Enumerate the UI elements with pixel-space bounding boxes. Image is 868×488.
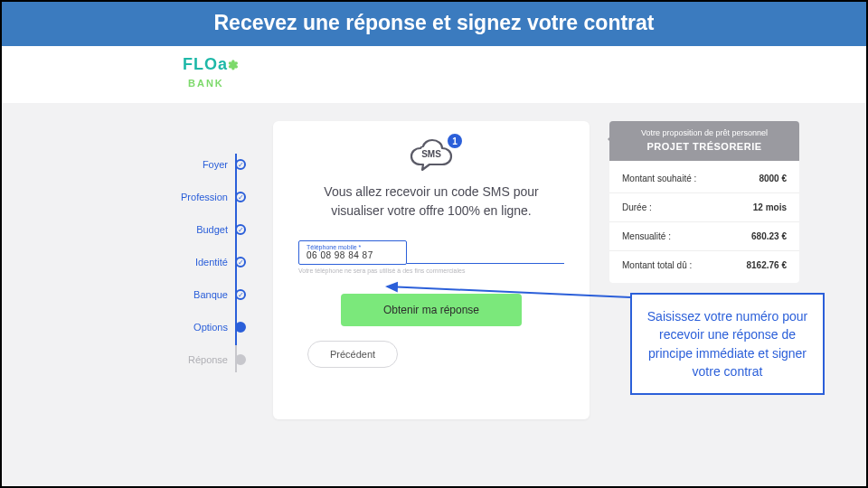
card-message: Vous allez recevoir un code SMS pour vis… <box>298 183 564 221</box>
phone-label: Téléphone mobile * <box>307 244 399 250</box>
step-options[interactable]: Options <box>165 311 246 343</box>
sms-card: SMS 1 Vous allez recevoir un code SMS po… <box>273 121 590 419</box>
flower-icon: ✽ <box>228 58 240 72</box>
banner-title: Recevez une réponse et signez votre cont… <box>214 11 655 34</box>
check-icon: ✓ <box>235 289 246 300</box>
instruction-banner: Recevez une réponse et signez votre cont… <box>2 2 866 46</box>
summary-row: Montant total dû : 8162.76 € <box>609 251 799 279</box>
progress-stepper: Foyer ✓ Profession ✓ Budget ✓ Identité ✓… <box>165 148 246 376</box>
instruction-callout: Saisissez votre numéro pour recevoir une… <box>630 293 825 395</box>
logo-sub: BANK <box>188 78 224 89</box>
summary-header: Votre proposition de prêt personnel PROJ… <box>609 121 799 161</box>
page-body: Foyer ✓ Profession ✓ Budget ✓ Identité ✓… <box>2 103 866 488</box>
summary-row: Montant souhaité : 8000 € <box>609 164 799 193</box>
step-banque[interactable]: Banque ✓ <box>165 278 246 311</box>
summary-row: Durée : 12 mois <box>609 193 799 222</box>
phone-value: 06 08 98 84 87 <box>307 250 399 260</box>
check-icon: ✓ <box>235 257 246 267</box>
step-identite[interactable]: Identité ✓ <box>165 246 246 278</box>
step-profession[interactable]: Profession ✓ <box>165 181 246 213</box>
submit-button[interactable]: Obtenir ma réponse <box>341 294 522 326</box>
loan-summary: Votre proposition de prêt personnel PROJ… <box>609 121 799 283</box>
check-icon: ✓ <box>235 224 246 235</box>
logo: FLOa✽ <box>183 55 240 73</box>
notification-badge: 1 <box>448 134 462 148</box>
check-icon: ✓ <box>235 159 246 170</box>
app-header: FLOa✽ BANK <box>2 46 866 103</box>
step-budget[interactable]: Budget ✓ <box>165 213 246 246</box>
phone-field[interactable]: Téléphone mobile * 06 08 98 84 87 <box>298 240 407 265</box>
back-button[interactable]: Précédent <box>307 341 398 368</box>
dot-icon <box>235 322 246 333</box>
summary-row: Mensualité : 680.23 € <box>609 222 799 251</box>
check-icon: ✓ <box>235 192 246 202</box>
sms-cloud-icon: SMS 1 <box>404 137 458 174</box>
dot-icon <box>235 354 246 365</box>
step-reponse: Réponse <box>165 343 246 376</box>
phone-hint: Votre téléphone ne sera pas utilisé à de… <box>298 267 564 274</box>
step-foyer[interactable]: Foyer ✓ <box>165 148 246 181</box>
